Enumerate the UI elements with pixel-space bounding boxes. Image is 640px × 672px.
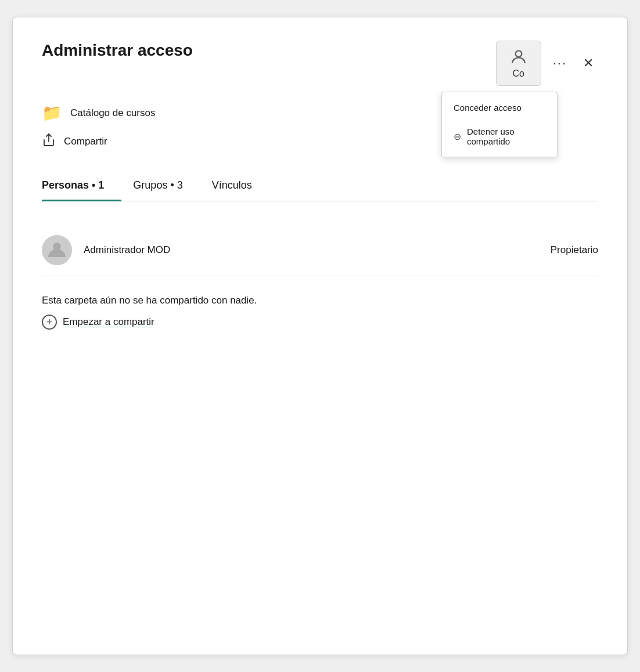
header-actions: Co ··· ✕ Conceder acceso ⊖ Detener uso c… <box>496 41 598 86</box>
empty-state-message: Esta carpeta aún no se ha compartido con… <box>42 295 598 306</box>
tab-personas[interactable]: Personas • 1 <box>42 171 121 201</box>
avatar-button[interactable]: Co <box>496 41 541 86</box>
share-label: Compartir <box>64 136 107 147</box>
stop-sharing-item[interactable]: ⊖ Detener uso compartido <box>442 120 557 153</box>
close-button[interactable]: ✕ <box>578 52 598 74</box>
more-button[interactable]: ··· <box>548 52 571 74</box>
plus-circle-icon: + <box>42 315 57 330</box>
share-icon <box>42 133 56 150</box>
tab-personas-label: Personas • 1 <box>42 179 104 191</box>
avatar <box>42 235 72 265</box>
avatar-icon <box>509 48 528 66</box>
dialog-header: Administrar acceso Co ··· ✕ Conceder acc… <box>42 41 598 86</box>
stop-sharing-label: Detener uso compartido <box>467 127 545 146</box>
tab-vinculos-label: Vínculos <box>212 179 252 191</box>
table-row: Administrador MOD Propietario <box>42 225 598 276</box>
people-section: Administrador MOD Propietario Esta carpe… <box>42 225 598 330</box>
folder-icon: 📁 <box>42 103 62 122</box>
grant-access-item[interactable]: Conceder acceso <box>442 96 557 120</box>
dialog-title: Administrar acceso <box>42 41 193 60</box>
svg-point-0 <box>515 50 522 57</box>
start-sharing-button[interactable]: + Empezar a compartir <box>42 315 154 330</box>
person-role: Propietario <box>551 244 598 256</box>
avatar-label: Co <box>512 68 524 79</box>
minus-circle-icon: ⊖ <box>454 131 461 142</box>
manage-access-dialog: Administrar acceso Co ··· ✕ Conceder acc… <box>12 17 628 655</box>
person-avatar-icon <box>46 240 67 261</box>
tab-grupos-label: Grupos • 3 <box>133 179 182 191</box>
start-sharing-label: Empezar a compartir <box>63 316 154 328</box>
person-name: Administrador MOD <box>84 244 170 256</box>
tabs-bar: Personas • 1 Grupos • 3 Vínculos <box>42 171 598 201</box>
grant-access-label: Conceder acceso <box>454 103 522 113</box>
tab-vinculos[interactable]: Vínculos <box>212 171 269 201</box>
dropdown-menu: Conceder acceso ⊖ Detener uso compartido <box>441 92 558 157</box>
tab-grupos[interactable]: Grupos • 3 <box>133 171 200 201</box>
folder-name: Catálogo de cursos <box>70 107 155 119</box>
empty-state: Esta carpeta aún no se ha compartido con… <box>42 295 598 330</box>
person-info: Administrador MOD <box>42 235 170 265</box>
